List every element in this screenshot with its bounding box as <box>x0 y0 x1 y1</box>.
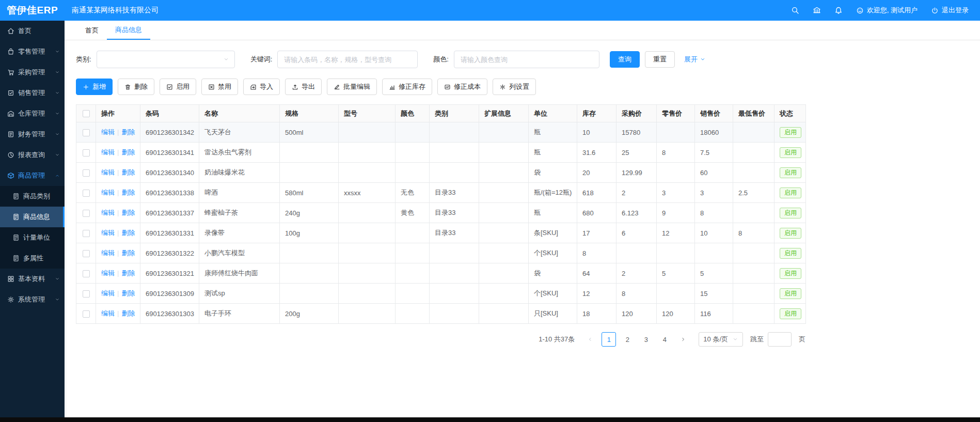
cell-model <box>339 243 396 263</box>
keyword-input[interactable] <box>277 51 418 68</box>
disable-button[interactable]: 禁用 <box>201 79 238 95</box>
import-button[interactable]: 导入 <box>243 79 280 95</box>
delete-link[interactable]: 删除 <box>121 148 135 156</box>
search-icon[interactable] <box>791 6 799 14</box>
export-button[interactable]: 导出 <box>285 79 322 95</box>
table-row: 编辑|删除6901236301341雷达杀虫气雾剂瓶31.62587.5启用 <box>76 143 806 163</box>
color-input[interactable] <box>454 51 599 68</box>
jump-page-input[interactable] <box>768 332 792 347</box>
cell-checkbox <box>76 203 96 223</box>
delete-button[interactable]: 删除 <box>118 79 154 95</box>
page-button-2[interactable]: 2 <box>620 332 635 347</box>
reset-button[interactable]: 重置 <box>645 51 675 68</box>
page-button-3[interactable]: 3 <box>639 332 653 347</box>
sidebar-item-finance[interactable]: 财务管理 <box>0 124 65 145</box>
cell-unit: 瓶 <box>529 143 577 163</box>
sidebar-item-measure-unit[interactable]: 计量单位 <box>0 227 65 248</box>
sidebar-item-sales[interactable]: 销售管理 <box>0 83 65 103</box>
edit-link[interactable]: 编辑 <box>101 289 115 297</box>
row-checkbox[interactable] <box>83 190 90 197</box>
tab-product-info[interactable]: 商品信息 <box>107 21 150 40</box>
batch-edit-button[interactable]: 批量编辑 <box>327 79 377 95</box>
fix-cost-button[interactable]: 修正成本 <box>437 79 487 95</box>
sidebar-item-label: 商品信息 <box>23 212 50 222</box>
cell-checkbox <box>76 284 96 304</box>
delete-link[interactable]: 删除 <box>121 168 135 176</box>
bank-icon[interactable] <box>813 6 821 14</box>
bell-icon[interactable] <box>834 6 843 14</box>
sidebar-item-products[interactable]: 商品管理 <box>0 165 65 186</box>
delete-link[interactable]: 删除 <box>121 209 135 216</box>
prev-page-button[interactable] <box>583 332 597 347</box>
cell-stock: 8 <box>577 243 617 263</box>
cell-purchase_price: 8 <box>617 284 657 304</box>
delete-link[interactable]: 删除 <box>121 309 135 317</box>
cell-name: 蜂蜜柚子茶 <box>199 203 280 223</box>
row-checkbox[interactable] <box>83 290 90 298</box>
sidebar-item-reports[interactable]: 报表查询 <box>0 145 65 165</box>
edit-link[interactable]: 编辑 <box>101 269 115 277</box>
expand-link[interactable]: 展开 <box>684 55 706 64</box>
page-button-4[interactable]: 4 <box>657 332 672 347</box>
row-checkbox[interactable] <box>83 169 90 177</box>
column-settings-button[interactable]: 列设置 <box>493 79 536 95</box>
sidebar-item-system[interactable]: 系统管理 <box>0 289 65 310</box>
cell-checkbox <box>76 163 96 183</box>
page-size-select[interactable]: 10 条/页 <box>699 332 743 347</box>
edit-link[interactable]: 编辑 <box>101 209 115 216</box>
cell-min_price <box>733 203 774 223</box>
fix-stock-button[interactable]: 修正库存 <box>382 79 432 95</box>
delete-link[interactable]: 删除 <box>121 249 135 257</box>
add-button[interactable]: 新增 <box>76 79 113 95</box>
sidebar-item-product-category[interactable]: 商品类别 <box>0 186 65 207</box>
sidebar-item-purchase[interactable]: 采购管理 <box>0 62 65 83</box>
sidebar-item-basic-data[interactable]: 基本资料 <box>0 269 65 289</box>
delete-link[interactable]: 删除 <box>121 289 135 297</box>
edit-link[interactable]: 编辑 <box>101 309 115 317</box>
category-select[interactable] <box>97 51 235 68</box>
sidebar-item-multi-attribute[interactable]: 多属性 <box>0 248 65 269</box>
row-checkbox[interactable] <box>83 149 90 157</box>
sidebar-item-label: 采购管理 <box>18 68 45 77</box>
edit-link[interactable]: 编辑 <box>101 249 115 257</box>
row-checkbox[interactable] <box>83 270 90 277</box>
edit-link[interactable]: 编辑 <box>101 229 115 237</box>
sidebar-item-retail[interactable]: 零售管理 <box>0 41 65 62</box>
sidebar-item-home[interactable]: 首页 <box>0 21 65 41</box>
status-badge: 启用 <box>780 248 801 259</box>
logout-button[interactable]: 退出登录 <box>931 6 969 15</box>
delete-link[interactable]: 删除 <box>121 189 135 196</box>
tab-home[interactable]: 首页 <box>77 21 107 40</box>
cell-stock: 18 <box>577 304 617 324</box>
search-button[interactable]: 查询 <box>610 51 640 68</box>
enable-button[interactable]: 启用 <box>160 79 196 95</box>
row-checkbox[interactable] <box>83 210 90 217</box>
next-page-button[interactable] <box>676 332 690 347</box>
delete-link[interactable]: 删除 <box>121 229 135 237</box>
row-checkbox[interactable] <box>83 129 90 136</box>
edit-link[interactable]: 编辑 <box>101 168 115 176</box>
pagination-summary: 1-10 共37条 <box>539 335 575 344</box>
delete-link[interactable]: 删除 <box>121 269 135 277</box>
page-button-1[interactable]: 1 <box>602 332 616 347</box>
cell-unit: 瓶/(箱=12瓶) <box>529 183 577 203</box>
link-separator: | <box>117 229 119 237</box>
filter-bar: 类别: 关键词: 颜色: 查询 重置 展开 <box>76 51 969 68</box>
sidebar-item-warehouse[interactable]: 仓库管理 <box>0 103 65 124</box>
row-checkbox[interactable] <box>83 230 90 237</box>
row-checkbox[interactable] <box>83 250 90 257</box>
welcome-user[interactable]: 欢迎您, 测试用户 <box>856 6 918 15</box>
cell-barcode: 6901236301331 <box>140 223 199 243</box>
sidebar-item-product-info[interactable]: 商品信息 <box>0 207 65 227</box>
cell-model <box>339 223 396 243</box>
select-all-checkbox[interactable] <box>83 110 90 117</box>
cell-stock: 17 <box>577 223 617 243</box>
cell-barcode: 6901236301322 <box>140 243 199 263</box>
button-label: 新增 <box>92 82 106 91</box>
edit-link[interactable]: 编辑 <box>101 189 115 196</box>
cell-actions: 编辑|删除 <box>96 304 140 324</box>
delete-link[interactable]: 删除 <box>121 128 135 136</box>
edit-link[interactable]: 编辑 <box>101 128 115 136</box>
row-checkbox[interactable] <box>83 310 90 318</box>
edit-link[interactable]: 编辑 <box>101 148 115 156</box>
